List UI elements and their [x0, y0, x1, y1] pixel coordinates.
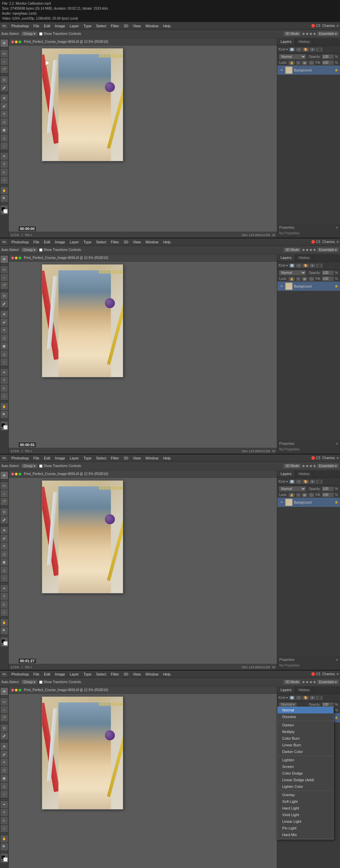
menu-window-1[interactable]: Window [143, 23, 160, 29]
blend-colordodge-item[interactable]: Color Dodge [278, 770, 333, 777]
tool-eyedropper-1[interactable]: 💉 [1, 84, 8, 91]
tool-blur-2[interactable]: △ [1, 350, 8, 358]
color-swatches-2[interactable] [1, 421, 8, 431]
tool-brush-4[interactable]: 🖌 [1, 751, 8, 758]
menu-layer-1[interactable]: Layer [68, 23, 81, 29]
layer-eye-3[interactable]: 👁 [279, 500, 284, 505]
tool-wand-4[interactable]: 🪄 [1, 714, 8, 721]
opacity-input-2[interactable] [322, 271, 334, 275]
menu-edit-3[interactable]: Edit [42, 456, 52, 461]
tool-move-1[interactable]: ✥ [1, 39, 8, 47]
tool-blur-4[interactable]: △ [1, 782, 8, 790]
tool-brush-2[interactable]: 🖌 [1, 318, 8, 326]
menu-help-1[interactable]: Help [161, 23, 173, 29]
tool-gradient-4[interactable]: ▦ [1, 775, 8, 782]
menu-file-4[interactable]: File [32, 672, 41, 677]
menu-image-3[interactable]: Image [53, 456, 67, 461]
menu-help-2[interactable]: Help [161, 239, 173, 245]
blend-vividlight-item[interactable]: Vivid Light [278, 811, 333, 818]
tool-heal-2[interactable]: ⊕ [1, 310, 8, 318]
tool-text-4[interactable]: T [1, 809, 8, 816]
tool-lasso-3[interactable]: ⌓ [1, 490, 8, 497]
opacity-input-1[interactable] [322, 55, 334, 59]
color-swatches-3[interactable] [1, 637, 8, 647]
menu-select-3[interactable]: Select [94, 456, 108, 461]
show-transform-4[interactable]: Show Transform Controls [39, 680, 81, 684]
tool-eyedropper-2[interactable]: 💉 [1, 300, 8, 308]
blend-hardmix-item[interactable]: Hard Mix [278, 831, 333, 838]
menu-window-2[interactable]: Window [143, 239, 160, 245]
layers-tab-3[interactable]: Layers [277, 470, 295, 477]
layer-background-3[interactable]: 👁 Background 🔒 [277, 498, 340, 507]
tool-eraser-4[interactable]: ◻ [1, 767, 8, 774]
tool-brush-1[interactable]: 🖌 [1, 102, 8, 110]
tool-stamp-2[interactable]: ✎ [1, 327, 8, 334]
menu-photoshop-1[interactable]: Photoshop [9, 23, 31, 29]
menu-type-3[interactable]: Type [81, 456, 93, 461]
menu-type-4[interactable]: Type [81, 672, 93, 677]
fill-input-1[interactable] [322, 61, 334, 65]
menu-type-2[interactable]: Type [81, 239, 93, 245]
tool-heal-4[interactable]: ⊕ [1, 743, 8, 750]
tool-text-2[interactable]: T [1, 377, 8, 384]
blend-mode-select-3[interactable]: Normal [279, 486, 306, 491]
menu-layer-4[interactable]: Layer [68, 672, 81, 677]
menu-file-3[interactable]: File [32, 456, 41, 461]
layer-background-1[interactable]: 👁 Background 🔒 [277, 65, 340, 75]
blend-linearburn-item[interactable]: Linear Burn [278, 742, 333, 748]
menu-filter-1[interactable]: Filter [109, 23, 121, 29]
blend-lightercolor-item[interactable]: Lighter Color [278, 783, 333, 790]
tool-hand-4[interactable]: ✋ [1, 835, 8, 842]
blend-multiply-item[interactable]: Multiply [278, 728, 333, 735]
menu-window-4[interactable]: Window [143, 672, 160, 677]
essentials-1[interactable]: Essentials ▾ [317, 32, 339, 36]
history-tab-4[interactable]: History [295, 686, 313, 693]
blend-linearlight-item[interactable]: Linear Light [278, 818, 333, 825]
menu-edit-4[interactable]: Edit [42, 672, 52, 677]
color-swatches-1[interactable] [1, 205, 8, 214]
tool-shape-4[interactable]: □ [1, 825, 8, 832]
essentials-3[interactable]: Essentials ▾ [317, 464, 339, 468]
menu-layer-3[interactable]: Layer [68, 456, 81, 461]
tool-text-1[interactable]: T [1, 161, 8, 168]
blend-mode-select-2[interactable]: Normal [279, 270, 306, 275]
tool-wand-1[interactable]: 🪄 [1, 66, 8, 73]
menu-select-4[interactable]: Select [94, 672, 108, 677]
auto-select-group-2[interactable]: Group ▾ [21, 248, 37, 252]
menu-filter-3[interactable]: Filter [109, 456, 121, 461]
menu-edit-2[interactable]: Edit [42, 239, 52, 245]
tool-heal-1[interactable]: ⊕ [1, 94, 8, 102]
tool-gradient-1[interactable]: ▦ [1, 126, 8, 134]
tool-dodge-3[interactable]: ○ [1, 575, 8, 582]
layers-tab-1[interactable]: Layers [277, 38, 295, 45]
tool-hand-3[interactable]: ✋ [1, 619, 8, 626]
tool-gradient-3[interactable]: ▦ [1, 558, 8, 566]
layers-tab-4[interactable]: Layers [277, 686, 295, 693]
menu-help-4[interactable]: Help [161, 672, 173, 677]
tool-shape-3[interactable]: □ [1, 609, 8, 616]
tool-crop-1[interactable]: ⊡ [1, 76, 8, 84]
menu-view-2[interactable]: View [131, 239, 143, 245]
tool-gradient-2[interactable]: ▦ [1, 342, 8, 350]
menu-image-1[interactable]: Image [53, 23, 67, 29]
tool-crop-2[interactable]: ⊡ [1, 292, 8, 300]
history-tab-3[interactable]: History [295, 470, 313, 477]
blend-hardlight-item[interactable]: Hard Light [278, 805, 333, 811]
blend-normal-item[interactable]: Normal [278, 707, 333, 713]
tool-path-3[interactable]: ▷ [1, 601, 8, 608]
canvas-area-1[interactable]: Print_Perfect_Course_Image-9656.tif @ 12… [9, 38, 277, 238]
opacity-input-3[interactable] [322, 487, 334, 491]
tool-pen-3[interactable]: ✒ [1, 585, 8, 592]
menu-view-4[interactable]: View [131, 672, 143, 677]
blend-lineardodge-item[interactable]: Linear Dodge (Add) [278, 777, 333, 783]
menu-select-2[interactable]: Select [94, 239, 108, 245]
tool-hand-2[interactable]: ✋ [1, 403, 8, 410]
layer-eye-1[interactable]: 👁 [279, 68, 284, 72]
tool-heal-3[interactable]: ⊕ [1, 527, 8, 534]
blend-darken-item[interactable]: Darken [278, 722, 333, 728]
tool-move-2[interactable]: ✥ [1, 256, 8, 263]
history-tab-2[interactable]: History [295, 254, 313, 261]
tool-path-1[interactable]: ▷ [1, 168, 8, 176]
menu-view-1[interactable]: View [131, 23, 143, 29]
menu-window-3[interactable]: Window [143, 456, 160, 461]
